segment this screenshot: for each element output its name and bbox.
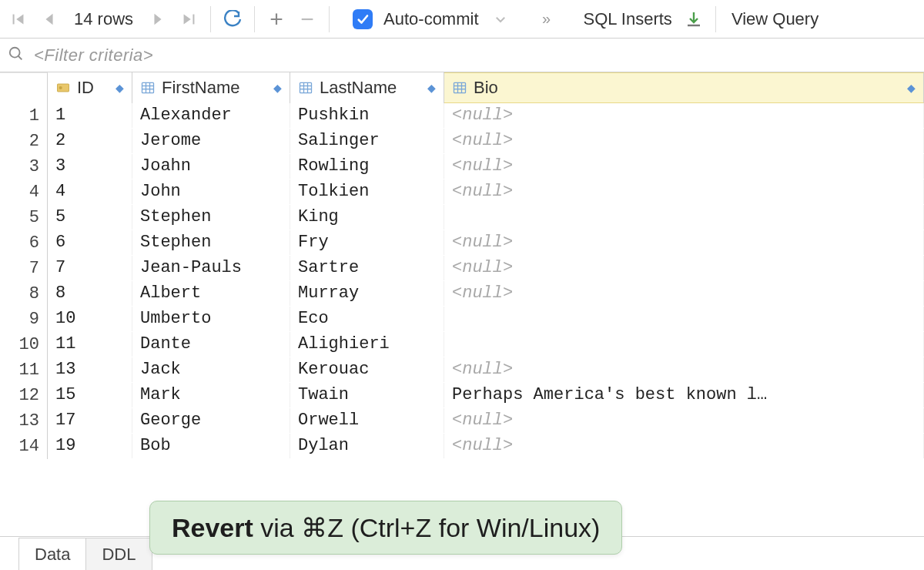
cell-bio[interactable]: <null> [444, 281, 924, 306]
prev-page-button[interactable] [35, 5, 63, 33]
row-gutter[interactable]: 1 [0, 103, 48, 129]
row-gutter[interactable]: 7 [0, 256, 48, 281]
tab-ddl[interactable]: DDL [85, 538, 152, 570]
cell-lastname[interactable]: Fry [290, 230, 444, 255]
cell-id[interactable]: 11 [48, 332, 132, 357]
cell-lastname[interactable]: Eco [290, 307, 444, 331]
more-actions-button[interactable]: » [533, 5, 561, 33]
cell-id[interactable]: 2 [48, 129, 132, 153]
column-header-bio[interactable]: Bio ◆ [444, 72, 924, 103]
cell-bio[interactable] [444, 332, 924, 357]
cell-id[interactable]: 1 [48, 103, 132, 128]
sort-icon[interactable]: ◆ [427, 82, 436, 94]
row-gutter[interactable]: 3 [0, 154, 48, 179]
export-button[interactable] [680, 5, 708, 33]
cell-firstname[interactable]: Jack [132, 357, 290, 382]
cell-bio[interactable]: <null> [444, 408, 924, 433]
cell-bio[interactable]: <null> [444, 357, 924, 382]
cell-lastname[interactable]: Alighieri [290, 332, 444, 357]
cell-id[interactable]: 17 [48, 408, 132, 433]
cell-bio[interactable]: Perhaps America's best known l… [444, 383, 924, 407]
cell-id[interactable]: 13 [48, 357, 132, 382]
cell-id[interactable]: 5 [48, 205, 132, 230]
cell-firstname[interactable]: Mark [132, 383, 290, 407]
sort-icon[interactable]: ◆ [907, 82, 916, 94]
row-gutter[interactable]: 5 [0, 205, 48, 230]
cell-lastname[interactable]: Sartre [290, 256, 444, 280]
cell-bio[interactable]: <null> [444, 154, 924, 179]
cell-id[interactable]: 19 [48, 434, 132, 458]
cell-id[interactable]: 6 [48, 230, 132, 255]
cell-firstname[interactable]: Jean-Pauls [132, 256, 290, 280]
cell-firstname[interactable]: Stephen [132, 205, 290, 230]
row-gutter[interactable]: 13 [0, 408, 48, 434]
cell-firstname[interactable]: John [132, 179, 290, 204]
cell-id[interactable]: 4 [48, 179, 132, 204]
cell-firstname[interactable]: Albert [132, 281, 290, 306]
sort-icon[interactable]: ◆ [116, 82, 124, 94]
svg-point-3 [59, 86, 62, 89]
cell-lastname[interactable]: Kerouac [290, 357, 444, 382]
cell-bio[interactable]: <null> [444, 230, 924, 255]
filter-bar: <Filter criteria> [0, 39, 924, 72]
cell-bio[interactable]: <null> [444, 129, 924, 153]
column-header-id[interactable]: ID ◆ [48, 72, 132, 103]
tx-mode-dropdown[interactable] [487, 5, 514, 33]
cell-lastname[interactable]: Dylan [290, 434, 444, 458]
filter-input[interactable]: <Filter criteria> [34, 45, 916, 65]
cell-id[interactable]: 15 [48, 383, 132, 407]
last-page-button[interactable] [175, 5, 203, 33]
column-header-lastname[interactable]: LastName ◆ [290, 72, 444, 103]
row-gutter[interactable]: 9 [0, 307, 48, 332]
cell-bio[interactable] [444, 205, 924, 230]
row-gutter[interactable]: 12 [0, 383, 48, 408]
cell-firstname[interactable]: Dante [132, 332, 290, 357]
row-gutter[interactable]: 2 [0, 129, 48, 154]
next-page-button[interactable] [144, 5, 172, 33]
row-gutter[interactable]: 4 [0, 179, 48, 205]
column-header-firstname[interactable]: FirstName ◆ [132, 72, 290, 103]
refresh-button[interactable] [219, 5, 246, 33]
view-query-button[interactable]: View Query [724, 9, 823, 29]
cell-lastname[interactable]: Salinger [290, 129, 444, 153]
row-gutter[interactable]: 11 [0, 357, 48, 383]
sql-mode-label[interactable]: SQL Inserts [576, 9, 677, 29]
cell-firstname[interactable]: Bob [132, 434, 290, 458]
cell-lastname[interactable]: Twain [290, 383, 444, 407]
row-gutter[interactable]: 8 [0, 281, 48, 307]
cell-id[interactable]: 3 [48, 154, 132, 179]
cell-bio[interactable]: <null> [444, 179, 924, 204]
cell-lastname[interactable]: Pushkin [290, 103, 444, 128]
cell-bio[interactable] [444, 307, 924, 331]
row-gutter[interactable]: 14 [0, 434, 48, 459]
cell-lastname[interactable]: King [290, 205, 444, 230]
cell-bio[interactable]: <null> [444, 434, 924, 458]
cell-lastname[interactable]: Tolkien [290, 179, 444, 204]
cell-id[interactable]: 7 [48, 256, 132, 280]
sort-icon[interactable]: ◆ [273, 82, 282, 94]
cell-bio[interactable]: <null> [444, 103, 924, 128]
cell-firstname[interactable]: George [132, 408, 290, 433]
delete-row-button[interactable]: − [293, 5, 321, 33]
cell-id[interactable]: 8 [48, 281, 132, 306]
auto-commit-checkbox[interactable] [353, 9, 373, 29]
column-icon [452, 80, 467, 96]
cell-lastname[interactable]: Orwell [290, 408, 444, 433]
tab-data[interactable]: Data [18, 538, 86, 570]
cell-firstname[interactable]: Alexander [132, 103, 290, 128]
cell-id[interactable]: 10 [48, 307, 132, 331]
row-gutter[interactable]: 10 [0, 332, 48, 357]
cell-firstname[interactable]: Joahn [132, 154, 290, 179]
first-page-button[interactable] [5, 5, 32, 33]
row-gutter[interactable]: 6 [0, 230, 48, 256]
column-header-label: ID [77, 78, 94, 98]
cell-bio[interactable]: <null> [444, 256, 924, 280]
search-icon[interactable] [8, 45, 25, 65]
cell-firstname[interactable]: Stephen [132, 230, 290, 255]
cell-firstname[interactable]: Umberto [132, 307, 290, 331]
cell-lastname[interactable]: Murray [290, 281, 444, 306]
add-row-button[interactable]: + [263, 5, 290, 33]
cell-firstname[interactable]: Jerome [132, 129, 290, 153]
svg-rect-14 [454, 82, 466, 92]
cell-lastname[interactable]: Rowling [290, 154, 444, 179]
